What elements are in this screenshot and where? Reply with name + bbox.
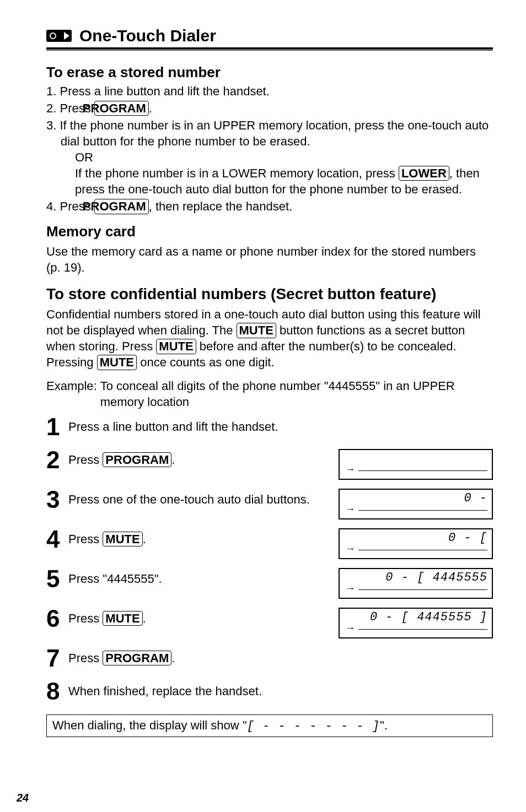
program-button-label: PROGRAM (94, 199, 149, 214)
page-number: 24 (17, 792, 29, 804)
memory-heading: Memory card (46, 223, 493, 240)
mute-button-label: MUTE (103, 532, 142, 546)
example-block: Example: To conceal all digits of the ph… (46, 378, 493, 410)
arrow-icon: → (345, 504, 355, 515)
lcd-display: → (339, 449, 493, 480)
secret-paragraph: Confidential numbers stored in a one-tou… (46, 306, 493, 370)
lcd-display: 0 - [ 4445555 → (339, 568, 493, 599)
erase-step-2: 2. Press PROGRAM. (46, 100, 493, 116)
program-button-label: PROGRAM (103, 651, 171, 665)
program-button-label: PROGRAM (103, 452, 171, 467)
divider (46, 47, 493, 50)
step-8: 8 When finished, replace the handset. (46, 680, 493, 703)
arrow-icon: → (345, 622, 355, 634)
mute-button-label: MUTE (97, 355, 137, 370)
step-5: 5 Press "4445555". 0 - [ 4445555 → (46, 568, 493, 598)
mute-button-label: MUTE (156, 339, 196, 354)
mute-button-label: MUTE (103, 611, 142, 626)
mute-button-label: MUTE (237, 323, 276, 338)
lcd-display: 0 - [ → (339, 528, 493, 559)
dialing-note: When dialing, the display will show "[ -… (46, 714, 493, 737)
arrow-icon: → (345, 464, 355, 475)
secret-heading: To store confidential numbers (Secret bu… (46, 285, 493, 303)
erase-step-4: 4. Press PROGRAM, then replace the hands… (46, 198, 493, 214)
step-2: 2 Press PROGRAM. → (46, 449, 493, 479)
erase-step-3: 3. If the phone number is in an UPPER me… (46, 117, 493, 197)
step-4: 4 Press MUTE. 0 - [ → (46, 528, 493, 558)
arrow-icon: → (345, 543, 355, 555)
arrow-icon: → (345, 583, 355, 594)
divider (46, 50, 493, 51)
memory-text: Use the memory card as a name or phone n… (46, 243, 493, 275)
lcd-display: 0 - → (339, 489, 493, 519)
step-7: 7 Press PROGRAM. (46, 647, 493, 670)
lower-button-label: LOWER (399, 166, 449, 181)
erase-heading: To erase a stored number (46, 64, 493, 81)
tape-arrow-icon (46, 30, 72, 42)
step-1: 1 Press a line button and lift the hands… (46, 416, 493, 439)
program-button-label: PROGRAM (94, 101, 149, 116)
erase-step-1: 1. Press a line button and lift the hand… (46, 83, 493, 99)
lcd-display: 0 - [ 4445555 ] → (339, 608, 493, 638)
page-title: One-Touch Dialer (79, 26, 216, 45)
step-6: 6 Press MUTE. 0 - [ 4445555 ] → (46, 608, 493, 637)
step-3: 3 Press one of the one-touch auto dial b… (46, 489, 493, 518)
